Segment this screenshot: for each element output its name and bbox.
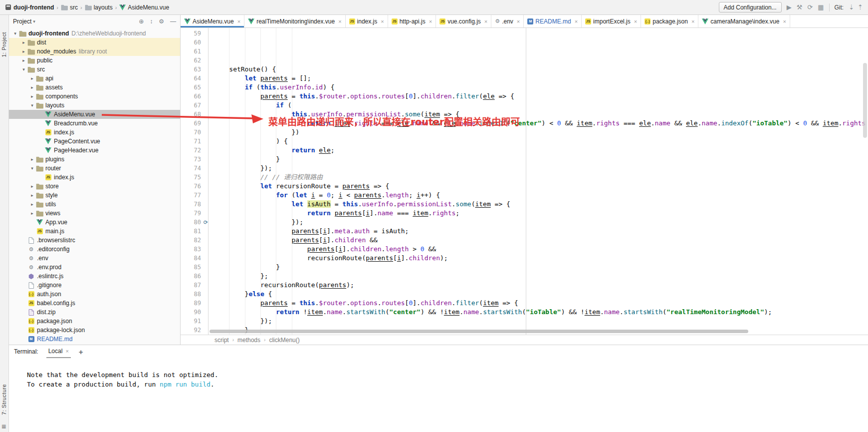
new-terminal-button[interactable]: +: [79, 348, 83, 356]
chevron-closed-icon[interactable]: ▸: [20, 40, 27, 45]
tab-cameramanage-index-vue[interactable]: cameraManage\index.vue×: [698, 15, 790, 27]
sync-icon[interactable]: ⟳: [807, 4, 813, 10]
horizontal-scrollbar[interactable]: [210, 330, 748, 333]
close-icon[interactable]: ×: [65, 348, 68, 354]
project-toolwindow-button[interactable]: 1: Project: [1, 32, 7, 57]
tree-item-dist[interactable]: ▸dist: [9, 38, 180, 47]
close-icon[interactable]: ×: [517, 18, 520, 24]
close-icon[interactable]: ×: [484, 18, 487, 24]
code-line[interactable]: }: [214, 263, 868, 272]
tab-package-json[interactable]: {..}package.json×: [641, 15, 698, 27]
gutter-line-number[interactable]: 90: [181, 308, 208, 317]
tab-readme-md[interactable]: MREADME.md×: [524, 15, 582, 27]
chevron-open-icon[interactable]: ▾: [12, 31, 18, 36]
code-line[interactable]: for (let i = 0; i < parents.length; i++)…: [214, 191, 868, 200]
tree-item-editorconfig[interactable]: ⚙.editorconfig: [9, 245, 180, 254]
gutter-line-number[interactable]: 74: [181, 164, 208, 173]
tab-index-js[interactable]: JSindex.js×: [346, 15, 388, 27]
tree-item-src[interactable]: ▾src: [9, 65, 180, 74]
tree-item-style[interactable]: ▸style: [9, 191, 180, 200]
recursion-icon[interactable]: ⟳: [204, 218, 208, 227]
tree-item-breadcrumb-vue[interactable]: Breadcrumb.vue: [9, 119, 180, 128]
breadcrumb-item-src[interactable]: src: [61, 4, 78, 11]
gutter-line-number[interactable]: 72: [181, 146, 208, 155]
gutter-line-number[interactable]: 81: [181, 227, 208, 236]
gutter-line-number[interactable]: 61: [181, 47, 208, 56]
locate-icon[interactable]: ⊕: [139, 18, 144, 25]
tree-item-assets[interactable]: ▸assets: [9, 83, 180, 92]
code-line[interactable]: parents[i].meta.auth = isAuth;: [214, 227, 868, 236]
code-line[interactable]: let recursionRoute = parents => {: [214, 182, 868, 191]
terminal-output[interactable]: Note that the development build is not o…: [9, 358, 868, 432]
code-line[interactable]: parents[i].children &&: [214, 236, 868, 245]
code-lines[interactable]: setRoute() { let parents = []; if (this.…: [209, 28, 868, 335]
gutter-line-number[interactable]: 71: [181, 137, 208, 146]
tree-item-duoji-frontend[interactable]: ▾duoji-frontendD:\zheheWeb\duoji-fronten…: [9, 29, 180, 38]
tree-item-pagecontent-vue[interactable]: PageContent.vue: [9, 137, 180, 146]
close-icon[interactable]: ×: [783, 18, 786, 24]
code-line[interactable]: let isAuth = this.userInfo.permissionLis…: [214, 200, 868, 209]
chevron-closed-icon[interactable]: ▸: [29, 94, 35, 99]
tree-item-node-modules[interactable]: ▸node_moduleslibrary root: [9, 47, 180, 56]
add-configuration-button[interactable]: Add Configuration...: [719, 2, 782, 12]
code-line[interactable]: }: [214, 155, 868, 164]
chevron-closed-icon[interactable]: ▸: [20, 58, 27, 63]
breadcrumb-item-asidemenu-vue[interactable]: AsideMenu.vue: [119, 4, 169, 11]
code-line[interactable]: if (: [214, 101, 868, 110]
gutter-line-number[interactable]: 64: [181, 74, 208, 83]
code-line[interactable]: // // 递归权限路由: [214, 173, 868, 182]
tree-item-main-js[interactable]: JSmain.js: [9, 227, 180, 236]
code-line[interactable]: return !item.name.startsWith("center") &…: [214, 308, 868, 317]
code-line[interactable]: }): [214, 128, 868, 137]
gutter-line-number[interactable]: 65: [181, 83, 208, 92]
tree-item-eslintrc-js[interactable]: .eslintrc.js: [9, 272, 180, 281]
chevron-closed-icon[interactable]: ▸: [29, 184, 35, 189]
gutter-line-number[interactable]: 70: [181, 128, 208, 137]
down-icon[interactable]: ⇣: [849, 4, 854, 10]
tree-item-store[interactable]: ▸store: [9, 182, 180, 191]
settings-icon[interactable]: ⚙: [159, 18, 164, 25]
code-line[interactable]: };: [214, 272, 868, 281]
code-line[interactable]: recursionRoute(parents[i].children);: [214, 254, 868, 263]
tree-item-utils[interactable]: ▸utils: [9, 200, 180, 209]
gutter-line-number[interactable]: 91: [181, 317, 208, 326]
gutter-line-number[interactable]: 63: [181, 65, 208, 74]
gutter-line-number[interactable]: 73: [181, 155, 208, 164]
code-line[interactable]: });: [214, 317, 868, 326]
breadcrumb-item-duoji-frontend[interactable]: duoji-frontend: [5, 4, 54, 11]
code-line[interactable]: let parents = [];: [214, 74, 868, 83]
tab-realtimemonitoring-index-vue[interactable]: realTimeMonitoring\index.vue×: [244, 15, 345, 27]
gutter-line-number[interactable]: 69: [181, 119, 208, 128]
gutter-line-number[interactable]: 68: [181, 110, 208, 119]
gutter-line-number[interactable]: 62: [181, 56, 208, 65]
gutter-line-number[interactable]: 66: [181, 92, 208, 101]
editor-breadcrumb-clickmenu[interactable]: clickMenu(): [269, 337, 299, 344]
tree-item-index-js[interactable]: JSindex.js: [9, 128, 180, 137]
code-line[interactable]: return parents[i].name === item.rights;: [214, 209, 868, 218]
chevron-closed-icon[interactable]: ▸: [29, 157, 35, 162]
close-icon[interactable]: ×: [237, 18, 240, 24]
code-line[interactable]: if (this.userInfo.id) {: [214, 83, 868, 92]
tab-asidemenu-vue[interactable]: AsideMenu.vue×: [181, 15, 244, 27]
gutter-line-number[interactable]: 80⟳: [181, 218, 208, 227]
code-line[interactable]: setRoute() {: [214, 65, 868, 74]
close-icon[interactable]: ×: [691, 18, 694, 24]
editor-gutter[interactable]: 5960616263646566676869707172737475767778…: [181, 28, 209, 335]
screen-icon[interactable]: ▦: [818, 4, 824, 10]
code-line[interactable]: this.userInfo.permissionList.some(item =…: [214, 110, 868, 119]
tree-item-public[interactable]: ▸public: [9, 56, 180, 65]
tree-item-dist-zip[interactable]: dist.zip: [9, 308, 180, 317]
swap-icon[interactable]: ↕: [150, 18, 153, 25]
tree-item-env-prod[interactable]: ⚙.env.prod: [9, 263, 180, 272]
tree-item-package-json[interactable]: {..}package.json: [9, 317, 180, 326]
gutter-line-number[interactable]: 82: [181, 236, 208, 245]
tab-http-api-js[interactable]: JShttp-api.js×: [388, 15, 436, 27]
tree-item-index-js[interactable]: JSindex.js: [9, 173, 180, 182]
code-line[interactable]: return item.rights === ele.name && ele.n…: [214, 119, 868, 128]
gutter-line-number[interactable]: 85: [181, 263, 208, 272]
hammer-icon[interactable]: ⚒: [797, 4, 803, 10]
gutter-line-number[interactable]: 86: [181, 272, 208, 281]
gutter-line-number[interactable]: 87: [181, 281, 208, 290]
chevron-closed-icon[interactable]: ▸: [29, 202, 35, 207]
gutter-line-number[interactable]: 84: [181, 254, 208, 263]
